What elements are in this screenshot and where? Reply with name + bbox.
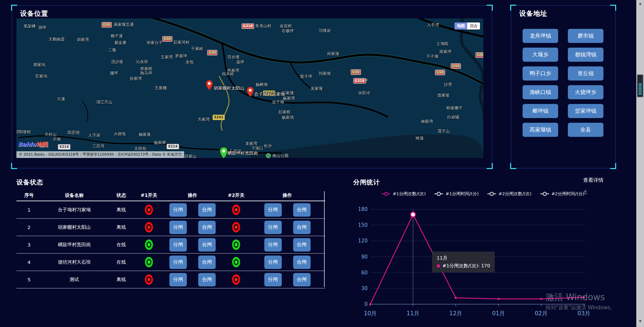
- close-switch1-button[interactable]: 合闸: [198, 273, 216, 286]
- page-scrollbar[interactable]: ▲ ▼: [636, 0, 644, 327]
- row-number: 5: [16, 277, 42, 282]
- map-place-label: 洞坪: [38, 25, 46, 31]
- chart-tooltip: 11月 #1分闸次数/(次): 170: [432, 252, 495, 272]
- address-button-11[interactable]: 高家堰镇: [523, 123, 558, 137]
- address-button-5[interactable]: 鸭子口乡: [523, 66, 558, 80]
- legend-line-icon: [487, 194, 496, 194]
- road-badge-G318: G318: [353, 78, 366, 84]
- map-marker-label: 晒鼓坪村荒田岗: [227, 150, 258, 156]
- map-place-label: 腰坪: [110, 70, 118, 76]
- device-name: 测试: [42, 277, 107, 283]
- close-switch1-button[interactable]: 合闸: [198, 238, 216, 252]
- map-marker-red-icon[interactable]: [206, 80, 213, 90]
- address-button-1[interactable]: 龙舟坪镇: [523, 29, 558, 43]
- map-place-label: 梨子坪: [300, 74, 312, 79]
- scrollbar-thumb[interactable]: [637, 74, 643, 97]
- legend-item-1[interactable]: #1分闸次数/(次): [382, 191, 426, 197]
- address-button-6[interactable]: 资丘镇: [568, 66, 603, 80]
- address-button-8[interactable]: 火烧坪乡: [568, 85, 603, 99]
- address-button-4[interactable]: 都镇湾镇: [568, 48, 603, 62]
- map-place-label: 庙坪: [236, 59, 244, 65]
- page-title-device-status: 设备状态: [16, 178, 43, 187]
- corner-decoration: [510, 5, 516, 11]
- switch1-cell: [136, 222, 162, 232]
- map-place-label: 路家坪: [439, 49, 451, 55]
- address-button-3[interactable]: 大堰乡: [523, 48, 558, 62]
- map-place-label: 杨家淌: [282, 115, 294, 120]
- page-title-trip-stats: 分闸统计: [353, 178, 380, 187]
- close-switch1-button[interactable]: 合闸: [198, 256, 216, 269]
- map-place-label: 南山公园: [272, 153, 288, 158]
- close-switch2-button[interactable]: 合闸: [293, 203, 311, 217]
- legend-item-4[interactable]: #2分闸时间/(分): [540, 191, 585, 197]
- map-place-label: 人手湾: [427, 22, 439, 28]
- y-tick-label: 0: [364, 301, 368, 307]
- switch2-cell: [223, 222, 250, 232]
- road-badge-G50: G50: [435, 70, 445, 75]
- switch1-indicator-green: [145, 239, 153, 250]
- map-marker-red-icon[interactable]: [247, 87, 254, 97]
- open-switch1-button[interactable]: 分闸: [169, 238, 187, 252]
- tooltip-month: 11月: [437, 254, 490, 262]
- map-marker-green-icon[interactable]: [219, 147, 228, 158]
- map-type-toggle[interactable]: 地图 混合: [454, 22, 480, 30]
- close-switch2-button[interactable]: 合闸: [293, 238, 311, 252]
- close-switch1-button[interactable]: 合闸: [198, 221, 216, 234]
- switch1-indicator-green: [145, 257, 153, 267]
- address-button-12[interactable]: 全县: [568, 123, 603, 137]
- legend-line-icon: [434, 194, 443, 194]
- address-button-10[interactable]: 贺家坪镇: [568, 104, 603, 118]
- switch2-indicator-green: [232, 239, 240, 250]
- status-text: 在线: [107, 242, 136, 248]
- legend-label: #1分闸时间/(分): [445, 191, 479, 197]
- close-switch1-button[interactable]: 合闸: [198, 203, 216, 217]
- legend-dot-icon: [490, 192, 494, 196]
- open-switch1-button[interactable]: 分闸: [169, 256, 187, 269]
- open-switch2-button[interactable]: 分闸: [264, 203, 282, 217]
- open-switch2-button[interactable]: 分闸: [264, 256, 282, 269]
- map-place-label: 东包: [185, 59, 194, 65]
- operation1-cell: 分闸合闸: [162, 273, 223, 286]
- legend-item-2[interactable]: #1分闸时间/(分): [434, 191, 479, 197]
- x-tick-label: 11月: [407, 310, 420, 317]
- corner-decoration: [11, 163, 17, 169]
- address-button-9[interactable]: 榔坪镇: [523, 104, 558, 118]
- baidu-logo-map-text: 地图: [37, 141, 48, 148]
- baidu-logo-text: Baidu: [18, 141, 36, 148]
- close-switch2-button[interactable]: 合闸: [293, 273, 311, 286]
- operation1-cell: 分闸合闸: [162, 256, 223, 269]
- close-switch2-button[interactable]: 合闸: [293, 221, 311, 234]
- address-button-7[interactable]: 渔峡口镇: [523, 85, 558, 99]
- scrollbar-down-icon[interactable]: ▼: [636, 319, 644, 323]
- scrollbar-thumb-stripes: [639, 84, 642, 95]
- map-type-map-button[interactable]: 地图: [454, 22, 467, 30]
- scrollbar-up-icon[interactable]: ▲: [636, 1, 644, 5]
- close-switch2-button[interactable]: 合闸: [293, 256, 311, 269]
- baidu-logo[interactable]: Baidu地图: [18, 141, 48, 148]
- x-tick-label: 03月: [578, 310, 591, 317]
- open-switch1-button[interactable]: 分闸: [169, 221, 187, 234]
- legend-item-3[interactable]: #2分闸次数/(次): [487, 191, 532, 197]
- map-place-label: 长冲: [264, 143, 272, 149]
- open-switch2-button[interactable]: 分闸: [264, 273, 282, 286]
- page-title-device-address: 设备地址: [519, 9, 547, 18]
- map-place-label: 高家堰互通: [114, 22, 134, 28]
- road-badge-G50: G50: [476, 52, 483, 58]
- table-scrollbar[interactable]: [324, 191, 325, 287]
- open-switch1-button[interactable]: 分闸: [169, 203, 187, 217]
- switch1-cell: [136, 239, 162, 250]
- open-switch2-button[interactable]: 分闸: [264, 221, 282, 234]
- device-name: 晒鼓坪村荒田岗: [42, 242, 107, 248]
- tooltip-series-dot: [437, 264, 440, 268]
- map-type-hybrid-button[interactable]: 混合: [467, 22, 480, 30]
- legend-label: #2分闸时间/(分): [551, 191, 585, 197]
- open-switch1-button[interactable]: 分闸: [169, 273, 187, 286]
- map-place-label: 彭家榜: [278, 109, 290, 115]
- address-button-2[interactable]: 磨市镇: [568, 29, 603, 43]
- map-marker-label: 合子坳村习家坳: [254, 91, 285, 97]
- legend-dot-icon: [384, 192, 388, 196]
- view-details-link[interactable]: 查看详情: [583, 177, 603, 183]
- baidu-map[interactable]: 地图 混合 Baidu地图 © 2021 Baidu - GS(2019)521…: [16, 18, 483, 158]
- switch2-cell: [223, 274, 250, 285]
- open-switch2-button[interactable]: 分闸: [264, 238, 282, 252]
